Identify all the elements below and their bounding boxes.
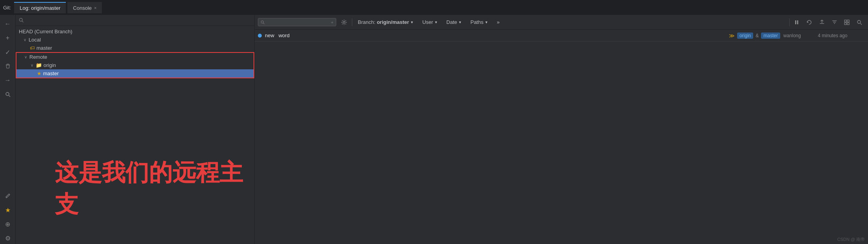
tab-console-label: Console — [73, 5, 92, 11]
origin-folder[interactable]: ∨ 📁 origin — [16, 61, 254, 69]
remote-chevron: ∨ — [24, 55, 27, 59]
svg-point-9 — [343, 21, 345, 23]
tab-log-label: Log: origin/master — [20, 5, 60, 11]
svg-rect-10 — [795, 20, 796, 24]
local-chevron: ∨ — [24, 38, 26, 42]
date-chevron-icon: ▼ — [458, 20, 462, 24]
star-branch-icon: ★ — [37, 70, 42, 76]
title-bar: Git: Log: origin/master Console × — [0, 0, 868, 15]
close-icon[interactable]: × — [94, 5, 96, 10]
toolbar-separator-1 — [352, 18, 352, 26]
commit-time: 4 minutes ago — [818, 33, 865, 38]
pause-button[interactable] — [791, 17, 802, 28]
main-layout: ← + ✓ → ★ ⊕ ⚙ HEAD (Current Branch) — [0, 15, 868, 244]
tag-arrow-icon: ≫ — [729, 33, 735, 39]
svg-rect-16 — [844, 20, 846, 22]
sort-icon — [832, 19, 837, 25]
toolbar-search-input[interactable] — [266, 19, 329, 25]
head-label: HEAD (Current Branch) — [19, 29, 72, 34]
origin-chevron: ∨ — [31, 63, 33, 67]
git-label: Git: — [3, 5, 11, 11]
right-panel: + Branch: origin/master ▼ User ▼ Date ▼ — [255, 15, 868, 244]
paths-filter-button[interactable]: Paths ▼ — [467, 18, 491, 26]
folder-icon: 📁 — [36, 62, 42, 68]
tab-log[interactable]: Log: origin/master — [14, 2, 66, 13]
more-label: » — [497, 19, 500, 25]
toolbar-search-icon — [261, 20, 265, 25]
search-button[interactable] — [2, 89, 14, 100]
search-input[interactable] — [26, 17, 251, 23]
svg-line-21 — [861, 23, 862, 25]
watermark: CSDN @ 南帝 — [837, 237, 865, 242]
svg-rect-18 — [844, 23, 846, 25]
origin-master-branch[interactable]: ★ master — [16, 69, 254, 78]
pull-push-button[interactable]: → — [2, 74, 14, 86]
svg-point-5 — [19, 18, 22, 22]
toolbar-right-icons — [789, 17, 865, 28]
gear-icon — [341, 19, 347, 25]
tab-console[interactable]: Console × — [67, 2, 102, 13]
search-icon — [19, 18, 24, 23]
check-button[interactable]: ✓ — [2, 46, 14, 58]
sidebar-icons: ← + ✓ → ★ ⊕ ⚙ — [0, 15, 16, 244]
grid-button[interactable] — [841, 17, 852, 28]
remote-label: Remote — [29, 54, 47, 60]
fetch-button[interactable] — [816, 17, 827, 28]
svg-line-8 — [263, 23, 264, 24]
branch-tree: HEAD (Current Branch) ∨ Local 🏷 master ∨… — [16, 26, 254, 244]
local-section[interactable]: ∨ Local — [16, 36, 254, 44]
log-content: new word ≫ origin & master wanlong 4 min… — [255, 30, 868, 244]
refresh-button[interactable] — [804, 17, 815, 28]
pause-icon — [794, 20, 799, 25]
svg-point-7 — [261, 21, 263, 23]
branch-filter-label: Branch: origin/master — [358, 19, 409, 25]
grid-icon — [844, 20, 850, 25]
back-button[interactable]: ← — [2, 18, 14, 30]
origin-label: origin — [43, 62, 56, 68]
svg-rect-0 — [7, 64, 9, 64]
toolbar-separator-2 — [789, 18, 790, 26]
commit-author: wanlong — [783, 33, 815, 38]
more-filters-button[interactable]: » — [494, 18, 503, 26]
log-row[interactable]: new word ≫ origin & master wanlong 4 min… — [255, 30, 868, 42]
date-filter-button[interactable]: Date ▼ — [443, 18, 465, 26]
trash-button[interactable] — [2, 60, 14, 72]
origin-tag: origin — [737, 33, 753, 39]
edit-button[interactable] — [2, 190, 14, 202]
head-branch[interactable]: HEAD (Current Branch) — [16, 27, 254, 36]
origin-master-label: master — [43, 70, 59, 76]
toolbar-search-box[interactable]: + — [258, 18, 336, 26]
remote-highlight: ∨ Remote ∨ 📁 origin ★ master — [16, 52, 254, 78]
log-search-button[interactable] — [854, 17, 865, 28]
branch-chevron-icon: ▼ — [410, 20, 414, 24]
commit-dot — [258, 34, 262, 38]
add-circle-button[interactable]: ⊕ — [2, 218, 14, 230]
local-master-branch[interactable]: 🏷 master — [16, 44, 254, 52]
toolbar: + Branch: origin/master ▼ User ▼ Date ▼ — [255, 15, 868, 30]
date-filter-label: Date — [446, 19, 457, 25]
add-button[interactable]: + — [2, 32, 14, 44]
paths-chevron-icon: ▼ — [485, 20, 488, 24]
svg-line-6 — [22, 21, 23, 22]
settings-gear-button[interactable] — [339, 17, 350, 28]
master-tag: master — [761, 33, 780, 39]
settings-button[interactable]: ⚙ — [2, 232, 14, 244]
local-master-label: master — [36, 45, 52, 51]
paths-filter-label: Paths — [470, 19, 483, 25]
log-search-icon — [857, 20, 862, 25]
sort-button[interactable] — [829, 17, 840, 28]
star-button[interactable]: ★ — [2, 204, 14, 216]
commit-tags: ≫ origin & master — [729, 33, 780, 39]
refresh-icon — [806, 20, 812, 25]
user-filter-label: User — [422, 19, 433, 25]
svg-point-2 — [6, 92, 9, 96]
remote-section[interactable]: ∨ Remote — [16, 53, 254, 61]
user-filter-button[interactable]: User ▼ — [419, 18, 441, 26]
plus-icon: + — [331, 20, 333, 25]
user-chevron-icon: ▼ — [434, 20, 438, 24]
local-label: Local — [29, 37, 41, 43]
branch-search-bar — [16, 15, 254, 26]
tag-separator: & — [756, 33, 759, 38]
svg-point-20 — [857, 20, 861, 23]
branch-filter-button[interactable]: Branch: origin/master ▼ — [355, 18, 417, 26]
